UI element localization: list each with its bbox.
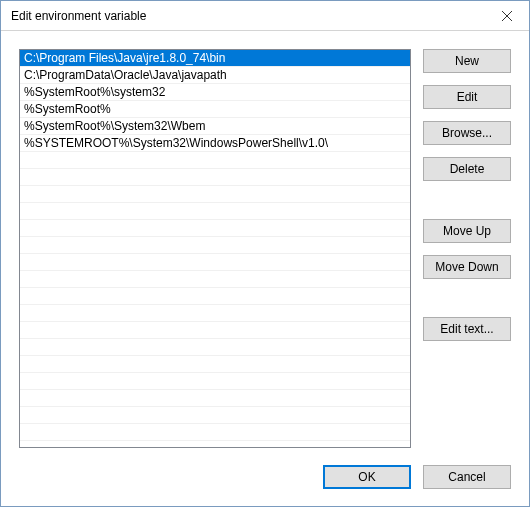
titlebar: Edit environment variable (1, 1, 529, 31)
list-item[interactable] (20, 186, 410, 203)
list-item[interactable] (20, 356, 410, 373)
list-item[interactable] (20, 339, 410, 356)
list-item[interactable] (20, 254, 410, 271)
list-item[interactable]: C:\ProgramData\Oracle\Java\javapath (20, 67, 410, 84)
dialog-window: Edit environment variable C:\Program Fil… (0, 0, 530, 507)
ok-button[interactable]: OK (323, 465, 411, 489)
list-item[interactable]: C:\Program Files\Java\jre1.8.0_74\bin (20, 50, 410, 67)
list-item[interactable] (20, 271, 410, 288)
browse-button[interactable]: Browse... (423, 121, 511, 145)
list-item[interactable] (20, 288, 410, 305)
footer-buttons: OK Cancel (1, 448, 529, 506)
list-item[interactable]: %SystemRoot%\System32\Wbem (20, 118, 410, 135)
window-title: Edit environment variable (11, 9, 146, 23)
close-button[interactable] (484, 1, 529, 30)
content-area: C:\Program Files\Java\jre1.8.0_74\binC:\… (1, 31, 529, 448)
side-buttons: New Edit Browse... Delete Move Up Move D… (423, 49, 511, 448)
path-listbox[interactable]: C:\Program Files\Java\jre1.8.0_74\binC:\… (19, 49, 411, 448)
list-item[interactable] (20, 203, 410, 220)
list-item[interactable] (20, 220, 410, 237)
list-item[interactable] (20, 373, 410, 390)
list-item[interactable] (20, 407, 410, 424)
new-button[interactable]: New (423, 49, 511, 73)
list-item[interactable] (20, 390, 410, 407)
list-item[interactable]: %SystemRoot% (20, 101, 410, 118)
list-item[interactable] (20, 305, 410, 322)
move-up-button[interactable]: Move Up (423, 219, 511, 243)
delete-button[interactable]: Delete (423, 157, 511, 181)
list-item[interactable]: %SystemRoot%\system32 (20, 84, 410, 101)
list-item[interactable] (20, 152, 410, 169)
list-item[interactable] (20, 322, 410, 339)
close-icon (502, 11, 512, 21)
move-down-button[interactable]: Move Down (423, 255, 511, 279)
list-item[interactable] (20, 237, 410, 254)
list-item[interactable] (20, 169, 410, 186)
edit-text-button[interactable]: Edit text... (423, 317, 511, 341)
list-item[interactable] (20, 424, 410, 441)
cancel-button[interactable]: Cancel (423, 465, 511, 489)
list-item[interactable]: %SYSTEMROOT%\System32\WindowsPowerShell\… (20, 135, 410, 152)
edit-button[interactable]: Edit (423, 85, 511, 109)
